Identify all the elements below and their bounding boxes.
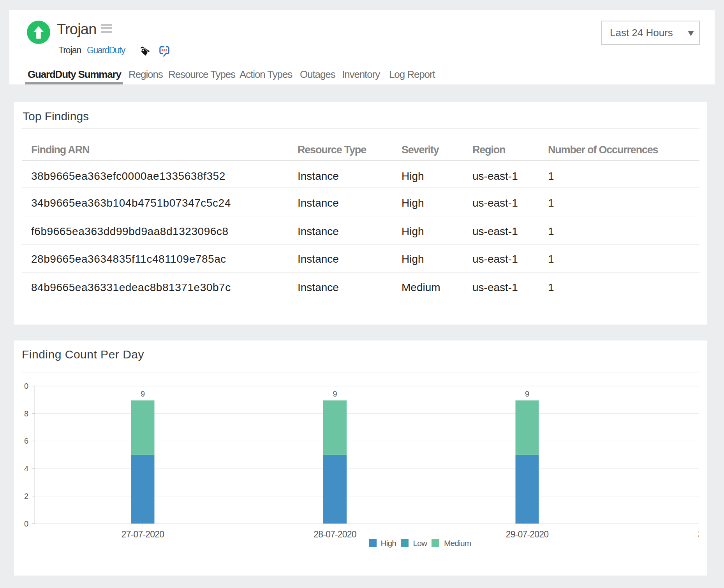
svg-text:6: 6 bbox=[24, 437, 28, 445]
svg-text:0: 0 bbox=[24, 382, 28, 390]
svg-text:0: 0 bbox=[24, 520, 28, 528]
svg-text:28-07-2020: 28-07-2020 bbox=[314, 529, 356, 539]
svg-text:29-07-2020: 29-07-2020 bbox=[506, 529, 549, 539]
svg-text:Low: Low bbox=[413, 539, 428, 548]
svg-text:High: High bbox=[381, 539, 396, 548]
svg-text:9: 9 bbox=[333, 390, 337, 398]
svg-text:27-07-2020: 27-07-2020 bbox=[122, 529, 164, 539]
svg-text:Medium: Medium bbox=[444, 539, 471, 548]
svg-text:30-07-2020: 30-07-2020 bbox=[698, 529, 699, 539]
svg-text:9: 9 bbox=[141, 390, 145, 398]
svg-text:4: 4 bbox=[24, 464, 28, 473]
svg-text:8: 8 bbox=[24, 409, 28, 418]
svg-text:2: 2 bbox=[24, 492, 28, 500]
svg-text:9: 9 bbox=[525, 390, 529, 398]
